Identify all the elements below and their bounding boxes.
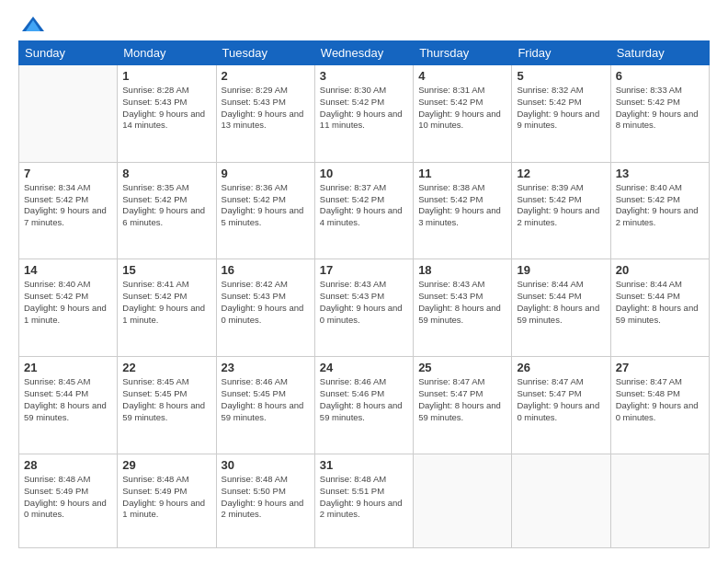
day-number: 13 — [616, 167, 704, 180]
calendar-cell: 28Sunrise: 8:48 AMSunset: 5:49 PMDayligh… — [19, 454, 118, 547]
day-number: 5 — [517, 69, 605, 83]
calendar-cell: 27Sunrise: 8:47 AMSunset: 5:48 PMDayligh… — [610, 357, 709, 454]
calendar-cell: 19Sunrise: 8:44 AMSunset: 5:44 PMDayligh… — [512, 259, 610, 357]
calendar-cell: 9Sunrise: 8:36 AMSunset: 5:42 PMDaylight… — [216, 162, 314, 259]
calendar-cell: 25Sunrise: 8:47 AMSunset: 5:47 PMDayligh… — [414, 357, 512, 454]
day-info: Sunrise: 8:40 AMSunset: 5:42 PMDaylight:… — [24, 279, 112, 326]
day-number: 25 — [418, 361, 506, 374]
day-number: 27 — [616, 361, 704, 374]
calendar-cell: 22Sunrise: 8:45 AMSunset: 5:45 PMDayligh… — [118, 357, 216, 454]
day-number: 3 — [320, 69, 408, 83]
calendar-cell: 20Sunrise: 8:44 AMSunset: 5:44 PMDayligh… — [610, 259, 709, 357]
day-info: Sunrise: 8:32 AMSunset: 5:42 PMDaylight:… — [517, 85, 605, 132]
calendar-day-header: Thursday — [414, 41, 512, 65]
day-info: Sunrise: 8:37 AMSunset: 5:42 PMDaylight:… — [320, 182, 408, 229]
day-info: Sunrise: 8:48 AMSunset: 5:49 PMDaylight:… — [24, 474, 112, 521]
day-number: 7 — [24, 167, 112, 180]
day-number: 31 — [320, 458, 408, 472]
calendar-cell: 7Sunrise: 8:34 AMSunset: 5:42 PMDaylight… — [19, 162, 118, 259]
calendar-cell: 1Sunrise: 8:28 AMSunset: 5:43 PMDaylight… — [118, 65, 216, 163]
day-number: 1 — [122, 69, 210, 83]
day-number: 26 — [517, 361, 605, 374]
calendar-cell: 31Sunrise: 8:48 AMSunset: 5:51 PMDayligh… — [314, 454, 413, 547]
day-number: 12 — [517, 167, 605, 180]
header — [18, 15, 710, 31]
day-number: 21 — [24, 361, 112, 374]
calendar-cell: 4Sunrise: 8:31 AMSunset: 5:42 PMDaylight… — [414, 65, 512, 163]
calendar-cell: 8Sunrise: 8:35 AMSunset: 5:42 PMDaylight… — [118, 162, 216, 259]
calendar-cell: 13Sunrise: 8:40 AMSunset: 5:42 PMDayligh… — [610, 162, 709, 259]
day-info: Sunrise: 8:48 AMSunset: 5:50 PMDaylight:… — [222, 474, 310, 521]
calendar-table: SundayMondayTuesdayWednesdayThursdayFrid… — [18, 40, 710, 548]
day-number: 2 — [222, 69, 310, 83]
day-number: 9 — [222, 167, 310, 180]
day-number: 4 — [418, 69, 506, 83]
day-info: Sunrise: 8:43 AMSunset: 5:43 PMDaylight:… — [418, 279, 506, 326]
day-number: 19 — [517, 263, 605, 277]
day-info: Sunrise: 8:31 AMSunset: 5:42 PMDaylight:… — [418, 85, 506, 132]
calendar-day-header: Wednesday — [314, 41, 413, 65]
calendar-day-header: Saturday — [610, 41, 709, 65]
day-number: 22 — [122, 361, 210, 374]
calendar-cell: 16Sunrise: 8:42 AMSunset: 5:43 PMDayligh… — [216, 259, 314, 357]
logo-text — [18, 15, 46, 35]
calendar-cell — [19, 65, 118, 163]
day-number: 17 — [320, 263, 408, 277]
calendar-cell — [414, 454, 512, 547]
calendar-day-header: Monday — [118, 41, 216, 65]
calendar-week-row: 14Sunrise: 8:40 AMSunset: 5:42 PMDayligh… — [19, 259, 710, 357]
calendar-cell: 15Sunrise: 8:41 AMSunset: 5:42 PMDayligh… — [118, 259, 216, 357]
day-info: Sunrise: 8:48 AMSunset: 5:49 PMDaylight:… — [122, 474, 210, 521]
day-info: Sunrise: 8:34 AMSunset: 5:42 PMDaylight:… — [24, 182, 112, 229]
day-number: 8 — [122, 167, 210, 180]
day-info: Sunrise: 8:46 AMSunset: 5:46 PMDaylight:… — [320, 376, 408, 423]
day-number: 6 — [616, 69, 704, 83]
day-number: 23 — [222, 361, 310, 374]
day-info: Sunrise: 8:42 AMSunset: 5:43 PMDaylight:… — [222, 279, 310, 326]
day-number: 18 — [418, 263, 506, 277]
calendar-cell: 6Sunrise: 8:33 AMSunset: 5:42 PMDaylight… — [610, 65, 709, 163]
day-info: Sunrise: 8:29 AMSunset: 5:43 PMDaylight:… — [222, 85, 310, 132]
calendar-cell: 21Sunrise: 8:45 AMSunset: 5:44 PMDayligh… — [19, 357, 118, 454]
day-number: 14 — [24, 263, 112, 277]
day-info: Sunrise: 8:45 AMSunset: 5:45 PMDaylight:… — [122, 376, 210, 423]
day-info: Sunrise: 8:28 AMSunset: 5:43 PMDaylight:… — [122, 85, 210, 132]
calendar-cell: 24Sunrise: 8:46 AMSunset: 5:46 PMDayligh… — [314, 357, 413, 454]
day-number: 30 — [222, 458, 310, 472]
day-number: 28 — [24, 458, 112, 472]
day-number: 20 — [616, 263, 704, 277]
calendar-cell: 26Sunrise: 8:47 AMSunset: 5:47 PMDayligh… — [512, 357, 610, 454]
day-info: Sunrise: 8:43 AMSunset: 5:43 PMDaylight:… — [320, 279, 408, 326]
calendar-cell — [610, 454, 709, 547]
day-number: 29 — [122, 458, 210, 472]
calendar-cell: 18Sunrise: 8:43 AMSunset: 5:43 PMDayligh… — [414, 259, 512, 357]
calendar-day-header: Friday — [512, 41, 610, 65]
day-number: 16 — [222, 263, 310, 277]
day-number: 15 — [122, 263, 210, 277]
day-number: 11 — [418, 167, 506, 180]
calendar-day-header: Sunday — [19, 41, 118, 65]
calendar-cell: 17Sunrise: 8:43 AMSunset: 5:43 PMDayligh… — [314, 259, 413, 357]
logo-icon — [20, 15, 46, 35]
day-info: Sunrise: 8:36 AMSunset: 5:42 PMDaylight:… — [222, 182, 310, 229]
page: SundayMondayTuesdayWednesdayThursdayFrid… — [0, 0, 728, 563]
day-info: Sunrise: 8:39 AMSunset: 5:42 PMDaylight:… — [517, 182, 605, 229]
calendar-header-row: SundayMondayTuesdayWednesdayThursdayFrid… — [19, 41, 710, 65]
calendar-day-header: Tuesday — [216, 41, 314, 65]
calendar-week-row: 28Sunrise: 8:48 AMSunset: 5:49 PMDayligh… — [19, 454, 710, 547]
day-info: Sunrise: 8:47 AMSunset: 5:48 PMDaylight:… — [616, 376, 704, 423]
calendar-cell: 14Sunrise: 8:40 AMSunset: 5:42 PMDayligh… — [19, 259, 118, 357]
day-info: Sunrise: 8:47 AMSunset: 5:47 PMDaylight:… — [418, 376, 506, 423]
calendar-cell: 30Sunrise: 8:48 AMSunset: 5:50 PMDayligh… — [216, 454, 314, 547]
calendar-cell — [512, 454, 610, 547]
calendar-week-row: 1Sunrise: 8:28 AMSunset: 5:43 PMDaylight… — [19, 65, 710, 163]
day-number: 24 — [320, 361, 408, 374]
day-info: Sunrise: 8:45 AMSunset: 5:44 PMDaylight:… — [24, 376, 112, 423]
day-info: Sunrise: 8:40 AMSunset: 5:42 PMDaylight:… — [616, 182, 704, 229]
calendar-cell: 29Sunrise: 8:48 AMSunset: 5:49 PMDayligh… — [118, 454, 216, 547]
calendar-week-row: 21Sunrise: 8:45 AMSunset: 5:44 PMDayligh… — [19, 357, 710, 454]
day-info: Sunrise: 8:44 AMSunset: 5:44 PMDaylight:… — [517, 279, 605, 326]
day-info: Sunrise: 8:33 AMSunset: 5:42 PMDaylight:… — [616, 85, 704, 132]
calendar-cell: 5Sunrise: 8:32 AMSunset: 5:42 PMDaylight… — [512, 65, 610, 163]
day-info: Sunrise: 8:30 AMSunset: 5:42 PMDaylight:… — [320, 85, 408, 132]
